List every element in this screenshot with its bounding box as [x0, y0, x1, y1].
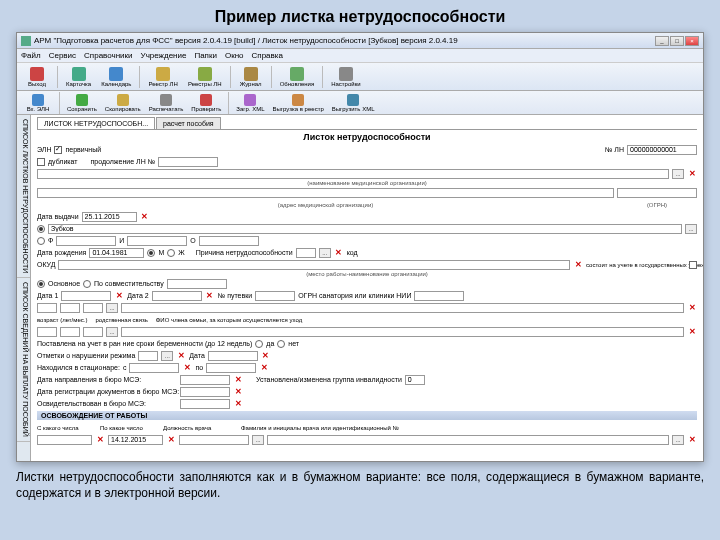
- main-work-radio[interactable]: [37, 280, 45, 288]
- med-org-input[interactable]: [37, 169, 669, 179]
- parttime-num-input[interactable]: [167, 279, 227, 289]
- work-release-header: ОСВОБОЖДЕНИЕ ОТ РАБОТЫ: [37, 411, 697, 420]
- app-icon: [21, 36, 31, 46]
- med-addr-input[interactable]: [37, 188, 614, 198]
- mse-dir-input[interactable]: [180, 375, 230, 385]
- export-xml-button[interactable]: Выгрузить XML: [329, 93, 378, 113]
- calendar-button[interactable]: Календарь: [97, 66, 135, 88]
- minimize-button[interactable]: _: [655, 36, 669, 46]
- surname-input[interactable]: [56, 236, 116, 246]
- load-eln-button[interactable]: Вх. ЭЛН: [21, 93, 55, 113]
- exit-button[interactable]: Выход: [21, 66, 53, 88]
- preg-yes-radio[interactable]: [255, 340, 263, 348]
- menu-window[interactable]: Окно: [225, 51, 244, 60]
- main-toolbar: Выход Карточка Календарь Реестр ЛН Реест…: [17, 63, 703, 91]
- hosp-to-input[interactable]: [206, 363, 256, 373]
- slide-footer: Листки нетрудоспособности заполняются ка…: [16, 470, 704, 501]
- hosp-from-input[interactable]: [129, 363, 179, 373]
- check-button[interactable]: Проверить: [188, 93, 224, 113]
- duplicate-checkbox[interactable]: [37, 158, 45, 166]
- date2-input[interactable]: [152, 291, 202, 301]
- copy-button[interactable]: Скопировать: [102, 93, 144, 113]
- titlebar: АРМ "Подготовка расчетов для ФСС" версия…: [17, 33, 703, 49]
- parttime-radio[interactable]: [83, 280, 91, 288]
- register-button[interactable]: Реестр ЛН: [144, 66, 181, 88]
- fio-radio[interactable]: [37, 237, 45, 245]
- journal-button[interactable]: Журнал: [235, 66, 267, 88]
- menu-institution[interactable]: Учреждение: [141, 51, 187, 60]
- load-xml-button[interactable]: Загр. XML: [233, 93, 267, 113]
- register-ln-button[interactable]: Реестры ЛН: [184, 66, 226, 88]
- export-register-button[interactable]: Выгрузка в реестр: [269, 93, 326, 113]
- menu-service[interactable]: Сервис: [49, 51, 76, 60]
- age-m-input[interactable]: [60, 303, 80, 313]
- menu-help[interactable]: Справка: [252, 51, 283, 60]
- mse-exam-input[interactable]: [180, 399, 230, 409]
- clear-icon[interactable]: ✕: [573, 260, 583, 270]
- print-button[interactable]: Распечатать: [146, 93, 187, 113]
- primary-checkbox[interactable]: [54, 146, 62, 154]
- menubar: Файл Сервис Справочники Учреждение Папки…: [17, 49, 703, 63]
- menu-directories[interactable]: Справочники: [84, 51, 132, 60]
- mse-reg-input[interactable]: [180, 387, 230, 397]
- name-input[interactable]: [127, 236, 187, 246]
- rel-input[interactable]: [83, 303, 103, 313]
- window-title: АРМ "Подготовка расчетов для ФСС" версия…: [34, 36, 458, 45]
- menu-folders[interactable]: Папки: [194, 51, 217, 60]
- disability-group-input[interactable]: [405, 375, 425, 385]
- ln-number-input[interactable]: [627, 145, 697, 155]
- updates-button[interactable]: Обновления: [276, 66, 319, 88]
- eln-label: ЭЛН: [37, 146, 51, 153]
- patronymic-input[interactable]: [199, 236, 259, 246]
- tabstrip: ЛИСТОК НЕТРУДОСПОСОБН... расчет пособия: [37, 117, 697, 130]
- doctor-fio-input[interactable]: [267, 435, 669, 445]
- statusbar: В локальной базе 1 АРМ ЛН; 1 Сведение(й)…: [17, 461, 703, 462]
- regime-date-input[interactable]: [208, 351, 258, 361]
- form-area: ЛИСТОК НЕТРУДОСПОСОБН... расчет пособия …: [31, 115, 703, 461]
- continuation-input[interactable]: [158, 157, 218, 167]
- vertical-tabs: СПИСОК ЛИСТКОВ НЕТРУДОСПОСОБНОСТИ СПИСОК…: [17, 115, 31, 461]
- clear-icon[interactable]: ✕: [687, 169, 697, 179]
- maximize-button[interactable]: □: [670, 36, 684, 46]
- save-button[interactable]: Сохранить: [64, 93, 100, 113]
- date1-input[interactable]: [61, 291, 111, 301]
- cause-lookup[interactable]: ...: [319, 248, 331, 258]
- voucher-input[interactable]: [255, 291, 295, 301]
- release-from-input[interactable]: [37, 435, 92, 445]
- gender-m-radio[interactable]: [147, 249, 155, 257]
- vtab-disability-list[interactable]: СПИСОК ЛИСТКОВ НЕТРУДОСПОСОБНОСТИ: [17, 115, 30, 278]
- gender-f-radio[interactable]: [167, 249, 175, 257]
- med-org-lookup[interactable]: ...: [672, 169, 684, 179]
- cause-code-input[interactable]: [296, 248, 316, 258]
- regime-code-input[interactable]: [138, 351, 158, 361]
- settings-button[interactable]: Настройки: [327, 66, 364, 88]
- clear-icon[interactable]: ✕: [140, 212, 150, 222]
- sub-toolbar: Вх. ЭЛН Сохранить Скопировать Распечатат…: [17, 91, 703, 115]
- app-window: АРМ "Подготовка расчетов для ФСС" версия…: [16, 32, 704, 462]
- vtab-payment-info[interactable]: СПИСОК СВЕДЕНИЙ НА ВЫПЛАТУ ПОСОБИЙ: [17, 278, 30, 442]
- release-to-input[interactable]: [108, 435, 163, 445]
- ogrn-input[interactable]: [617, 188, 697, 198]
- form-title: Листок нетрудоспособности: [37, 132, 697, 142]
- patient-lookup[interactable]: ...: [685, 224, 697, 234]
- doctor-position-input[interactable]: [179, 435, 249, 445]
- age-y-input[interactable]: [37, 303, 57, 313]
- slide-title: Пример листка нетрудоспособности: [16, 8, 704, 26]
- patient-name-input[interactable]: [48, 224, 682, 234]
- care-fio-input[interactable]: [121, 303, 684, 313]
- ogrn-san-input[interactable]: [414, 291, 464, 301]
- issue-date-input[interactable]: [82, 212, 137, 222]
- preg-no-radio[interactable]: [277, 340, 285, 348]
- tab-disability-sheet[interactable]: ЛИСТОК НЕТРУДОСПОСОБН...: [37, 117, 155, 129]
- clear-icon[interactable]: ✕: [334, 248, 344, 258]
- okud-input[interactable]: [58, 260, 570, 270]
- employment-checkbox[interactable]: [689, 261, 697, 269]
- patient-radio[interactable]: [37, 225, 45, 233]
- menu-file[interactable]: Файл: [21, 51, 41, 60]
- tab-benefit-calc[interactable]: расчет пособия: [156, 117, 221, 129]
- close-button[interactable]: ×: [685, 36, 699, 46]
- card-button[interactable]: Карточка: [62, 66, 95, 88]
- dob-input[interactable]: [89, 248, 144, 258]
